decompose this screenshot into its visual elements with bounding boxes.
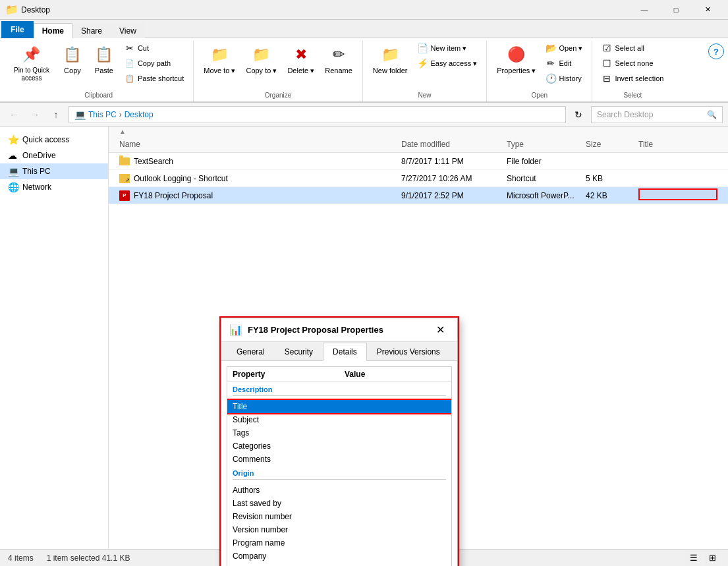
table-row[interactable]: Authors xyxy=(227,484,451,497)
paste-shortcut-button[interactable]: 📋 Paste shortcut xyxy=(121,71,188,86)
invert-selection-button[interactable]: ⊟ Invert selection xyxy=(598,71,667,86)
tab-view[interactable]: View xyxy=(111,23,145,38)
copy-button[interactable]: 📋 Copy xyxy=(57,41,88,78)
history-button[interactable]: 🕐 History xyxy=(542,71,586,86)
col-name[interactable]: Name xyxy=(119,140,401,149)
title-highlight-box xyxy=(638,188,717,200)
table-row: Property Value xyxy=(227,367,451,382)
rename-button[interactable]: ✏ Rename xyxy=(320,41,357,78)
maximize-button[interactable]: □ xyxy=(661,0,691,20)
search-placeholder: Search Desktop xyxy=(597,110,653,119)
dialog-close-button[interactable]: ✕ xyxy=(431,321,449,339)
title-bar-icon: 📁 xyxy=(5,3,18,16)
tab-file[interactable]: File xyxy=(1,21,34,38)
organize-section: 📁 Move to ▾ 📁 Copy to ▾ ✖ Delete ▾ ✏ Ren… xyxy=(194,41,363,101)
table-row[interactable]: Program name xyxy=(227,536,451,550)
table-row[interactable]: TextSearch 8/7/2017 1:11 PM File folder xyxy=(109,153,728,170)
file-name-cell: ↗ Outlook Logging - Shortcut xyxy=(119,174,401,183)
copy-to-icon: 📁 xyxy=(251,44,272,65)
sidebar-item-this-pc[interactable]: 💻 This PC xyxy=(0,163,108,179)
clipboard-label: Clipboard xyxy=(4,92,193,99)
table-row[interactable]: Manager xyxy=(227,563,451,566)
table-row[interactable]: Comments xyxy=(227,453,451,466)
ribbon-tabs: File Home Share View xyxy=(0,20,728,38)
history-icon: 🕐 xyxy=(546,73,556,84)
selected-count: 1 item selected 41.1 KB xyxy=(47,553,130,563)
path-desktop[interactable]: Desktop xyxy=(125,110,154,119)
tab-share[interactable]: Share xyxy=(72,23,111,38)
dialog-tab-security[interactable]: Security xyxy=(275,343,323,361)
table-row[interactable]: P FY18 Project Proposal 9/1/2017 2:52 PM… xyxy=(109,187,728,204)
dialog-tab-details[interactable]: Details xyxy=(323,343,367,361)
open-button[interactable]: 📂 Open ▾ xyxy=(542,41,586,55)
copy-icon: 📋 xyxy=(62,44,83,65)
file-name-cell: TextSearch xyxy=(119,157,401,166)
title-bar: 📁 Desktop — □ ✕ xyxy=(0,0,728,20)
table-row[interactable]: Title xyxy=(227,400,451,413)
delete-button[interactable]: ✖ Delete ▾ xyxy=(283,41,319,78)
large-icon-view-button[interactable]: ⊞ xyxy=(704,550,720,566)
move-icon: 📁 xyxy=(209,44,230,65)
col-date[interactable]: Date modified xyxy=(401,140,507,149)
dialog-tab-previous-versions[interactable]: Previous Versions xyxy=(367,343,450,361)
new-folder-button[interactable]: 📁 New folder xyxy=(368,41,412,78)
dialog-tab-general[interactable]: General xyxy=(227,343,275,361)
delete-icon: ✖ xyxy=(291,44,312,65)
copy-path-icon: 📄 xyxy=(125,59,135,68)
new-section: 📁 New folder 📄 New item ▾ ⚡ Easy access … xyxy=(363,41,487,101)
paste-button[interactable]: 📋 Paste xyxy=(89,41,119,78)
col-type[interactable]: Type xyxy=(507,140,586,149)
invert-icon: ⊟ xyxy=(602,73,612,84)
col-size[interactable]: Size xyxy=(586,140,638,149)
sidebar-item-quick-access[interactable]: ⭐ Quick access xyxy=(0,132,108,148)
view-buttons: ☰ ⊞ xyxy=(686,550,720,566)
copy-to-button[interactable]: 📁 Copy to ▾ xyxy=(241,41,281,78)
folder-icon xyxy=(119,157,130,165)
table-row[interactable]: Revision number xyxy=(227,510,451,523)
edit-button[interactable]: ✏ Edit xyxy=(542,56,586,71)
select-all-button[interactable]: ☑ Select all xyxy=(598,41,667,55)
window-title: Desktop xyxy=(21,5,629,14)
edit-icon: ✏ xyxy=(546,58,556,69)
paste-icon: 📋 xyxy=(94,44,115,65)
copy-path-button[interactable]: 📄 Copy path xyxy=(121,56,188,71)
pin-to-quick-access-button[interactable]: 📌 Pin to Quickaccess xyxy=(9,41,54,86)
minimize-button[interactable]: — xyxy=(629,0,659,20)
sidebar-item-onedrive[interactable]: ☁ OneDrive xyxy=(0,148,108,163)
details-view-button[interactable]: ☰ xyxy=(686,550,702,566)
sidebar: ⭐ Quick access ☁ OneDrive 💻 This PC 🌐 Ne… xyxy=(0,127,109,549)
ribbon: 📌 Pin to Quickaccess 📋 Copy 📋 Paste ✂ Cu… xyxy=(0,38,728,103)
easy-access-button[interactable]: ⚡ Easy access ▾ xyxy=(413,56,481,71)
this-pc-icon: 💻 xyxy=(8,166,18,177)
props-table: Property Value Description Titl xyxy=(227,367,451,566)
help-button[interactable]: ? xyxy=(708,43,724,59)
table-row: Origin xyxy=(227,466,451,484)
table-row[interactable]: ↗ Outlook Logging - Shortcut 7/27/2017 1… xyxy=(109,170,728,187)
close-button[interactable]: ✕ xyxy=(692,0,723,20)
table-row[interactable]: Last saved by xyxy=(227,497,451,510)
open-icon: 📂 xyxy=(546,43,556,53)
sidebar-item-network[interactable]: 🌐 Network xyxy=(0,179,108,195)
move-to-button[interactable]: 📁 Move to ▾ xyxy=(199,41,240,78)
properties-button[interactable]: 🔴 Properties ▾ xyxy=(492,41,540,78)
path-this-pc[interactable]: This PC xyxy=(88,110,117,119)
table-row[interactable]: Version number xyxy=(227,523,451,536)
table-row[interactable]: Categories xyxy=(227,439,451,453)
props-scroll[interactable]: Property Value Description Titl xyxy=(227,366,452,566)
file-name-cell: P FY18 Project Proposal xyxy=(119,190,401,201)
sidebar-label-this-pc: This PC xyxy=(22,167,51,176)
dialog-titlebar: 📊 FY18 Project Proposal Properties ✕ xyxy=(221,318,457,342)
dialog-icon: 📊 xyxy=(229,324,242,336)
onedrive-icon: ☁ xyxy=(8,150,18,161)
cut-button[interactable]: ✂ Cut xyxy=(121,41,188,55)
table-row[interactable]: Company xyxy=(227,550,451,563)
cut-icon: ✂ xyxy=(125,43,135,53)
select-none-button[interactable]: ☐ Select none xyxy=(598,56,667,71)
select-section: ☑ Select all ☐ Select none ⊟ Invert sele… xyxy=(592,41,673,101)
search-icon: 🔍 xyxy=(707,110,717,119)
tab-home[interactable]: Home xyxy=(34,23,72,38)
col-title[interactable]: Title xyxy=(638,140,717,149)
table-row[interactable]: Tags xyxy=(227,426,451,439)
new-item-button[interactable]: 📄 New item ▾ xyxy=(413,41,481,55)
table-row[interactable]: Subject xyxy=(227,413,451,426)
